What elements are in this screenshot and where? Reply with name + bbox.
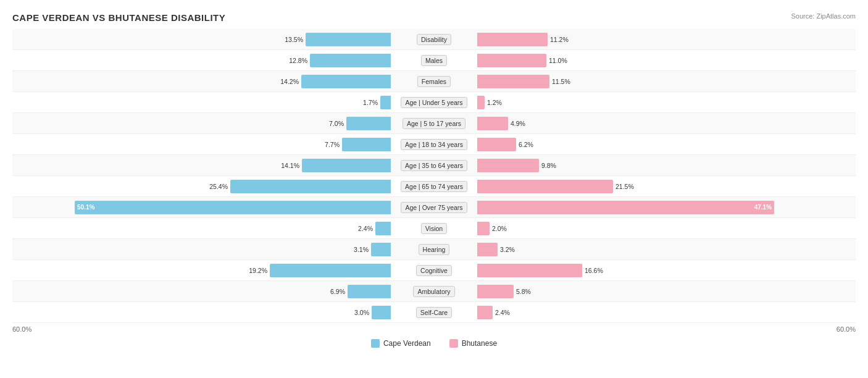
row-label: Age | 18 to 34 years: [401, 139, 467, 150]
row-label: Vision: [421, 223, 447, 234]
row-label: Males: [421, 55, 447, 66]
center-label-wrap: Vision: [391, 223, 477, 234]
row-label: Age | 5 to 17 years: [403, 118, 465, 129]
pink-bar: [477, 159, 539, 172]
blue-bar: 50.1%: [75, 201, 391, 214]
legend-box-bhutanese: [449, 339, 458, 348]
chart-area: 13.5%Disability11.2%12.8%Males11.0%14.2%…: [12, 29, 856, 323]
bar-row: 25.4%Age | 65 to 74 years21.5%: [12, 176, 856, 197]
left-half: 14.1%: [12, 155, 391, 175]
blue-bar: [270, 264, 391, 277]
left-value: 25.4%: [206, 183, 228, 190]
pink-bar: [477, 243, 498, 256]
left-value: 6.9%: [323, 288, 345, 295]
left-half: 1.7%: [12, 92, 391, 112]
bar-row: 14.1%Age | 35 to 64 years9.8%: [12, 155, 856, 176]
row-label: Ambulatory: [413, 286, 454, 297]
right-value: 5.8%: [516, 288, 538, 295]
chart-container: CAPE VERDEAN VS BHUTANESE DISABILITY Sou…: [0, 0, 868, 354]
pink-bar: 47.1%: [477, 201, 774, 214]
right-half: 11.0%: [477, 50, 856, 70]
blue-bar: [375, 222, 391, 235]
left-value: 12.8%: [285, 57, 307, 64]
center-label-wrap: Age | 35 to 64 years: [391, 160, 477, 171]
center-label-wrap: Hearing: [391, 244, 477, 255]
pink-bar: [477, 33, 548, 46]
blue-bar: [348, 285, 391, 298]
blue-bar: [302, 159, 391, 172]
center-label-wrap: Females: [391, 76, 477, 87]
row-label: Age | 35 to 64 years: [401, 160, 467, 171]
right-value: 6.2%: [519, 141, 541, 148]
right-value: 1.2%: [487, 99, 509, 106]
right-half: 2.4%: [477, 302, 856, 322]
pink-bar: [477, 96, 485, 109]
right-value: 2.0%: [492, 225, 514, 232]
right-value: 2.4%: [495, 309, 517, 316]
bar-row: 14.2%Females11.5%: [12, 71, 856, 92]
legend-label-cape-verdean: Cape Verdean: [383, 339, 431, 348]
source-label: Source: ZipAtlas.com: [791, 12, 856, 20]
left-half: 7.7%: [12, 134, 391, 154]
center-label-wrap: Self-Care: [391, 307, 477, 318]
legend-box-cape-verdean: [371, 339, 380, 348]
right-half: 16.6%: [477, 260, 856, 280]
left-value: 14.2%: [277, 78, 299, 85]
bar-row: 7.0%Age | 5 to 17 years4.9%: [12, 113, 856, 134]
legend-item-bhutanese: Bhutanese: [449, 339, 497, 348]
left-half: 3.0%: [12, 302, 391, 322]
row-label: Self-Care: [416, 307, 452, 318]
center-label-wrap: Age | Over 75 years: [391, 202, 477, 213]
legend-label-bhutanese: Bhutanese: [462, 339, 497, 348]
pink-bar: [477, 264, 582, 277]
right-value: 11.2%: [550, 36, 572, 43]
left-half: 25.4%: [12, 176, 391, 196]
pink-bar: [477, 117, 508, 130]
blue-bar: [372, 306, 391, 319]
right-value: 11.5%: [552, 78, 574, 85]
right-value: 11.0%: [549, 57, 571, 64]
right-half: 9.8%: [477, 155, 856, 175]
left-half: 12.8%: [12, 50, 391, 70]
pink-bar: [477, 306, 493, 319]
right-half: 11.2%: [477, 29, 856, 49]
left-value: 3.1%: [346, 246, 369, 253]
x-axis: 60.0% 60.0%: [12, 326, 856, 333]
pink-bar: [477, 180, 613, 193]
blue-bar: [230, 180, 391, 193]
right-half: 4.9%: [477, 113, 856, 133]
bar-row: 50.1%Age | Over 75 years47.1%: [12, 197, 856, 218]
row-label: Hearing: [419, 244, 450, 255]
blue-bar: [346, 117, 391, 130]
pink-bar: [477, 222, 490, 235]
right-value: 3.2%: [500, 246, 522, 253]
bar-row: 13.5%Disability11.2%: [12, 29, 856, 50]
row-label: Females: [417, 76, 451, 87]
bar-row: 7.7%Age | 18 to 34 years6.2%: [12, 134, 856, 155]
center-label-wrap: Age | 18 to 34 years: [391, 139, 477, 150]
blue-bar: [380, 96, 391, 109]
blue-bar: [301, 75, 391, 88]
left-half: 2.4%: [12, 218, 391, 238]
bar-row: 12.8%Males11.0%: [12, 50, 856, 71]
bar-row: 19.2%Cognitive16.6%: [12, 260, 856, 281]
row-label: Age | Over 75 years: [401, 202, 467, 213]
right-value: 9.8%: [541, 162, 564, 169]
pink-bar: [477, 54, 546, 67]
left-value: 19.2%: [245, 267, 267, 274]
left-value: 7.0%: [322, 120, 344, 127]
row-label: Disability: [417, 34, 451, 45]
blue-bar: [306, 33, 391, 46]
center-label-wrap: Ambulatory: [391, 286, 477, 297]
row-label: Age | 65 to 74 years: [401, 181, 467, 192]
bar-row: 1.7%Age | Under 5 years1.2%: [12, 92, 856, 113]
center-label-wrap: Age | 65 to 74 years: [391, 181, 477, 192]
blue-bar: [371, 243, 391, 256]
center-label-wrap: Cognitive: [391, 265, 477, 276]
pink-bar-inside-label: 47.1%: [754, 204, 772, 211]
left-value: 7.7%: [317, 141, 340, 148]
right-half: 21.5%: [477, 176, 856, 196]
row-label: Cognitive: [416, 265, 452, 276]
left-half: 50.1%: [12, 197, 391, 217]
right-value: 21.5%: [616, 183, 638, 190]
